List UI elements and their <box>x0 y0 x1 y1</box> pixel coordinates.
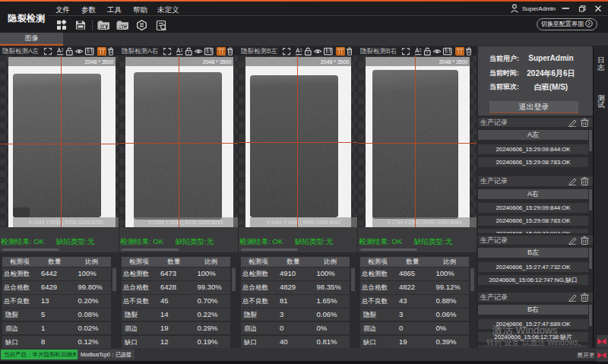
svg-text:SuperAdmin: SuperAdmin <box>522 5 556 12</box>
